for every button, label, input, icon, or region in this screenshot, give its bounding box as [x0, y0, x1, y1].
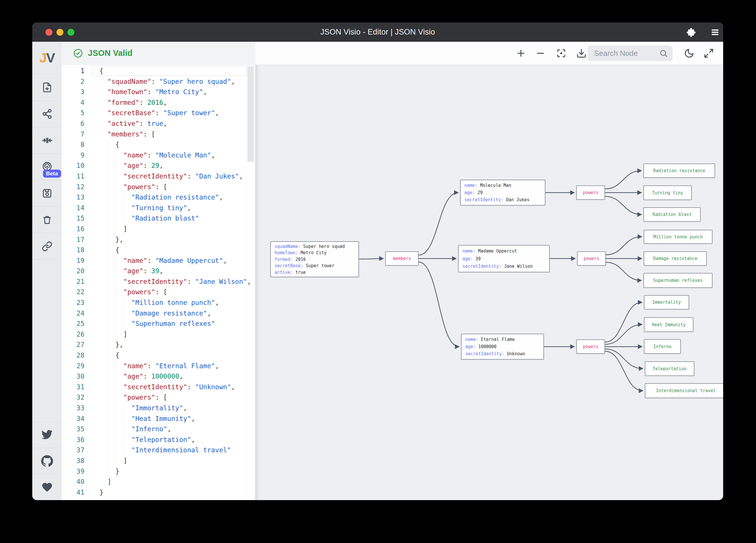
menu-icon[interactable] — [710, 27, 720, 37]
code-line-40[interactable]: 40 ] — [62, 476, 255, 487]
graph-node-leaf-million-tonne-punch[interactable]: Million tonne punch — [644, 230, 712, 244]
node-label: Million tonne punch — [653, 235, 703, 240]
graph-node-leaf-immortality[interactable]: Immortality — [644, 295, 689, 309]
code-line-41[interactable]: 41} — [62, 487, 255, 498]
search-icon[interactable] — [659, 49, 668, 58]
code-line-9[interactable]: 9 "name": "Molecule Man", — [62, 150, 255, 161]
center-view-button[interactable] — [556, 48, 566, 58]
graph-node-powers-3[interactable]: powers — [576, 339, 605, 354]
graph-canvas[interactable]: squadName: Super hero squadhomeTown: Met… — [255, 42, 723, 500]
code-line-31[interactable]: 31 "secretIdentity": "Unknown", — [62, 382, 255, 392]
node-row: name: Madame Uppercut — [462, 249, 545, 254]
graph-node-leaf-teleportation[interactable]: Teleportation — [645, 361, 694, 376]
code-line-7[interactable]: 7 "members": [ — [62, 129, 255, 140]
node-row: secretIdentity: Jane Wilson — [462, 264, 545, 269]
validation-status-bar: JSON Valid — [62, 42, 255, 65]
graph-node-leaf-turning-tiny[interactable]: Turning tiny — [643, 186, 692, 200]
graph-node-leaf-superhuman-reflexes[interactable]: Superhuman reflexes — [643, 273, 712, 288]
line-number: 36 — [62, 434, 84, 445]
code-line-22[interactable]: 22 "powers": [ — [62, 287, 255, 297]
code-line-4[interactable]: 4 "formed": 2016, — [62, 97, 255, 108]
code-line-34[interactable]: 34 "Heat Immunity", — [62, 413, 255, 424]
sidebar-item-share[interactable] — [32, 101, 62, 127]
code-line-35[interactable]: 35 "Inferno", — [62, 424, 255, 434]
code-line-32[interactable]: 32 "powers": [ — [62, 392, 255, 403]
code-line-17[interactable]: 17 }, — [62, 235, 255, 245]
code-line-25[interactable]: 25 "Superhuman reflexes" — [62, 318, 255, 329]
line-number: 1 — [62, 66, 84, 76]
sidebar-item-fold-editor[interactable] — [32, 127, 62, 154]
line-number: 33 — [62, 403, 84, 413]
graph-node-leaf-radiation-blast[interactable]: Radiation blast — [643, 207, 701, 222]
new-document-icon — [42, 82, 52, 93]
node-label: powers — [584, 256, 599, 261]
graph-node-powers-1[interactable]: powers — [576, 186, 605, 200]
code-line-16[interactable]: 16 ] — [62, 224, 255, 235]
code-line-18[interactable]: 18 { — [62, 245, 255, 256]
graph-node-member-3[interactable]: name: Eternal Flameage: 1000000secretIde… — [461, 334, 544, 359]
code-line-2[interactable]: 2 "squadName": "Super hero squad", — [62, 76, 255, 87]
code-line-39[interactable]: 39 } — [62, 466, 255, 477]
graph-node-root[interactable]: squadName: Super hero squadhomeTown: Met… — [270, 241, 359, 277]
code-line-15[interactable]: 15 "Radiation blast" — [62, 213, 255, 224]
graph-node-powers-2[interactable]: powers — [577, 252, 606, 266]
code-line-12[interactable]: 12 "powers": [ — [62, 182, 255, 192]
code-line-10[interactable]: 10 "age": 29, — [62, 160, 255, 171]
sidebar-item-copy-link[interactable] — [32, 233, 62, 260]
app-logo[interactable]: JV — [32, 42, 62, 74]
zoom-in-button[interactable] — [516, 48, 526, 58]
code-line-26[interactable]: 26 ] — [62, 329, 255, 340]
share-icon — [42, 109, 52, 119]
extension-icon[interactable] — [686, 27, 696, 37]
code-line-30[interactable]: 30 "age": 1000000, — [62, 371, 255, 382]
graph-node-leaf-interdimensional-travel[interactable]: Interdimensional travel — [645, 383, 723, 398]
code-line-24[interactable]: 24 "Damage resistance", — [62, 308, 255, 319]
editor-scrollbar-thumb[interactable] — [247, 66, 254, 162]
code-line-38[interactable]: 38 ] — [62, 455, 255, 466]
code-line-6[interactable]: 6 "active": true, — [62, 118, 255, 129]
graph-node-leaf-heat-immunity[interactable]: Heat Immunity — [644, 317, 693, 332]
sidebar-item-delete[interactable] — [32, 207, 62, 233]
code-line-5[interactable]: 5 "secretBase": "Super tower", — [62, 108, 255, 118]
search-node-input[interactable] — [594, 49, 659, 58]
fullscreen-button[interactable] — [704, 48, 714, 58]
code-line-3[interactable]: 3 "homeTown": "Metro City", — [62, 87, 255, 97]
code-line-37[interactable]: 37 "Interdimensional travel" — [62, 445, 255, 455]
trash-icon — [42, 215, 52, 225]
save-icon — [42, 188, 52, 199]
node-label: powers — [583, 190, 598, 195]
code-line-36[interactable]: 36 "Teleportation", — [62, 434, 255, 445]
code-line-27[interactable]: 27 }, — [62, 339, 255, 350]
graph-node-leaf-damage-resistance[interactable]: Damage resistance — [644, 252, 707, 266]
code-line-29[interactable]: 29 "name": "Eternal Flame", — [62, 361, 255, 371]
line-number: 39 — [62, 466, 84, 477]
code-line-1[interactable]: 1{ — [62, 66, 255, 76]
code-line-28[interactable]: 28 { — [62, 350, 255, 361]
code-line-8[interactable]: 8 { — [62, 139, 255, 150]
code-line-23[interactable]: 23 "Million tonne punch", — [62, 297, 255, 308]
graph-node-leaf-inferno[interactable]: Inferno — [644, 339, 681, 354]
dark-mode-button[interactable] — [684, 48, 694, 58]
code-line-11[interactable]: 11 "secretIdentity": "Dan Jukes", — [62, 171, 255, 182]
zoom-out-button[interactable] — [535, 48, 546, 58]
code-line-21[interactable]: 21 "secretIdentity": "Jane Wilson", — [62, 276, 255, 287]
download-image-button[interactable] — [576, 48, 587, 58]
code-line-19[interactable]: 19 "name": "Madame Uppercut", — [62, 256, 255, 266]
code-line-14[interactable]: 14 "Turning tiny", — [62, 203, 255, 213]
sidebar-item-sponsor[interactable] — [32, 474, 62, 500]
sidebar-item-twitter[interactable] — [32, 421, 62, 448]
line-number: 3 — [62, 87, 84, 97]
graph-node-member-1[interactable]: name: Molecule Manage: 29secretIdentity:… — [460, 180, 545, 206]
graph-node-member-2[interactable]: name: Madame Uppercutage: 39secretIdenti… — [458, 245, 550, 272]
code-line-13[interactable]: 13 "Radiation resistance", — [62, 192, 255, 203]
sidebar-item-github[interactable] — [32, 448, 62, 474]
code-line-20[interactable]: 20 "age": 39, — [62, 266, 255, 276]
sidebar-item-save[interactable] — [32, 180, 62, 207]
sidebar-item-new-document[interactable] — [32, 74, 62, 101]
code-editor[interactable]: 1{2 "squadName": "Super hero squad",3 "h… — [62, 65, 255, 500]
graph-node-members[interactable]: members — [385, 252, 419, 266]
line-number: 27 — [62, 339, 84, 350]
graph-node-leaf-radiation-resistance[interactable]: Radiation resistance — [643, 164, 715, 178]
sidebar-item-live-transform[interactable]: Beta — [32, 154, 62, 180]
code-line-33[interactable]: 33 "Immortality", — [62, 403, 255, 413]
